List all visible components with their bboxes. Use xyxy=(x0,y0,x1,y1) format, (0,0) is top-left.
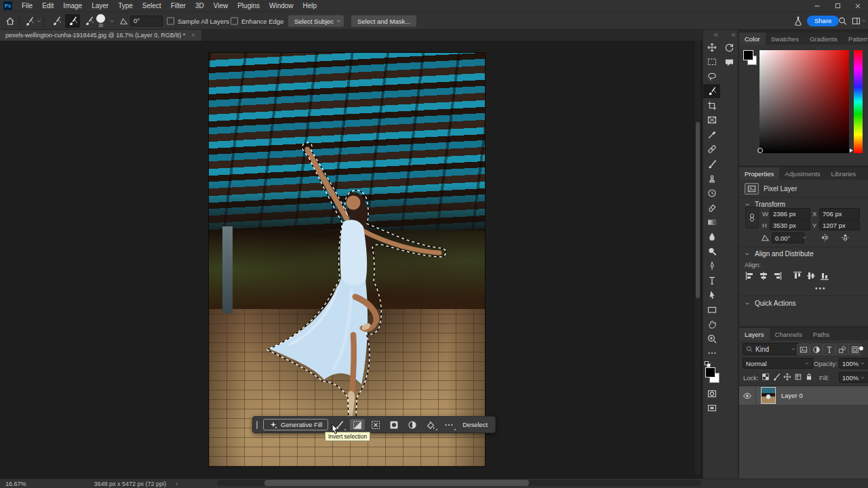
align-top-icon[interactable] xyxy=(792,270,802,281)
brush-caret-icon[interactable] xyxy=(109,18,115,24)
tab-paths[interactable]: Paths xyxy=(808,328,835,340)
select-and-mask-icon-button[interactable] xyxy=(387,419,401,430)
tool-preset-button[interactable] xyxy=(24,16,42,26)
brush-size-picker[interactable]: 30 xyxy=(96,14,105,28)
tab-properties[interactable]: Properties xyxy=(739,167,779,180)
layer-name[interactable]: Layer 0 xyxy=(781,392,803,399)
menu-3d[interactable]: 3D xyxy=(191,2,209,9)
generative-fill-button[interactable]: Generative Fill xyxy=(263,419,328,430)
menu-help[interactable]: Help xyxy=(298,2,322,9)
healing-brush-tool[interactable] xyxy=(703,142,720,157)
sample-all-layers-checkbox[interactable]: Sample All Layers xyxy=(167,17,229,24)
filter-image-layers-icon[interactable] xyxy=(797,344,810,355)
add-to-selection-button[interactable] xyxy=(65,14,80,28)
rotation-caret-icon[interactable] xyxy=(802,235,808,241)
dodge-tool[interactable] xyxy=(703,244,720,259)
brush-tool[interactable] xyxy=(703,157,720,171)
lock-position-icon[interactable] xyxy=(783,373,791,381)
horizontal-scrollbar-thumb[interactable] xyxy=(264,480,529,486)
taskbar-drag-handle[interactable] xyxy=(256,421,258,429)
checkbox-box[interactable] xyxy=(231,17,238,24)
menu-image[interactable]: Image xyxy=(58,2,87,9)
foreground-background-swatches[interactable] xyxy=(703,363,720,386)
vertical-scrollbar[interactable] xyxy=(695,41,701,474)
menu-type[interactable]: Type xyxy=(113,2,138,9)
status-chevron-icon[interactable]: › xyxy=(176,481,178,487)
gradient-tool[interactable] xyxy=(703,215,720,230)
menu-select[interactable]: Select xyxy=(138,2,166,9)
photo-document[interactable] xyxy=(209,53,485,466)
lock-all-icon[interactable] xyxy=(805,373,813,381)
menu-edit[interactable]: Edit xyxy=(37,2,58,9)
x-field[interactable]: 706 px xyxy=(819,208,860,219)
color-picker-marker[interactable] xyxy=(757,148,763,153)
align-section-header[interactable]: Align and Distribute xyxy=(744,250,814,258)
invert-selection-button[interactable] xyxy=(350,419,365,430)
tab-layers[interactable]: Layers xyxy=(739,328,770,340)
canvas-area[interactable] xyxy=(0,41,703,479)
menu-file[interactable]: File xyxy=(17,2,37,9)
enhance-edge-checkbox[interactable]: Enhance Edge xyxy=(231,17,283,24)
screen-mode-button[interactable] xyxy=(703,401,720,416)
width-field[interactable]: 2386 px xyxy=(770,208,810,219)
shape-tool[interactable] xyxy=(703,302,720,317)
lock-transparent-pixels-icon[interactable] xyxy=(762,373,770,381)
tab-swatches[interactable]: Swatches xyxy=(766,33,804,45)
layer-visibility-eye-icon[interactable] xyxy=(739,386,756,405)
subtract-from-selection-button[interactable] xyxy=(81,14,96,28)
y-field[interactable]: 1207 px xyxy=(819,220,860,230)
lock-artboard-icon[interactable] xyxy=(794,373,802,381)
share-button[interactable]: Share xyxy=(807,16,839,26)
collapse-dock-icon[interactable] xyxy=(720,30,738,40)
history-panel-icon[interactable] xyxy=(720,40,738,55)
maximize-icon[interactable] xyxy=(827,0,848,12)
close-icon[interactable] xyxy=(848,0,868,12)
document-tab[interactable]: pexels-wellington-cunha-1918445.jpg @ 16… xyxy=(0,30,201,41)
layer-filter-field[interactable]: Kind xyxy=(743,343,800,355)
menu-view[interactable]: View xyxy=(209,2,233,9)
zoom-tool[interactable] xyxy=(703,331,720,346)
marquee-tool[interactable] xyxy=(703,55,720,70)
move-tool[interactable] xyxy=(703,40,720,55)
layer-filter-toggle[interactable] xyxy=(859,346,863,350)
search-icon[interactable] xyxy=(838,16,847,25)
link-dimensions-icon[interactable] xyxy=(745,207,759,228)
quick-actions-section-header[interactable]: Quick Actions xyxy=(744,300,796,307)
saturation-brightness-field[interactable] xyxy=(760,50,849,153)
quick-mask-button[interactable] xyxy=(703,386,720,401)
align-left-icon[interactable] xyxy=(745,270,755,281)
fill-field[interactable]: 100% xyxy=(839,372,868,383)
layer-thumbnail[interactable] xyxy=(761,387,776,404)
tab-close-icon[interactable] xyxy=(191,33,196,38)
horizontal-scrollbar[interactable] xyxy=(217,480,701,486)
foreground-color-well[interactable] xyxy=(743,50,753,60)
tab-adjustments[interactable]: Adjustments xyxy=(779,167,825,180)
zoom-level-field[interactable]: 16.67% xyxy=(5,481,26,487)
eyedropper-tool[interactable] xyxy=(703,127,720,142)
align-bottom-icon[interactable] xyxy=(819,270,829,281)
flip-horizontal-icon[interactable] xyxy=(821,233,829,242)
align-right-icon[interactable] xyxy=(772,270,782,281)
hand-tool[interactable] xyxy=(703,317,720,332)
menu-filter[interactable]: Filter xyxy=(166,2,191,9)
opacity-field[interactable]: 100% xyxy=(839,358,868,369)
path-selection-tool[interactable] xyxy=(703,288,720,303)
clone-stamp-tool[interactable] xyxy=(703,171,720,186)
menu-plugins[interactable]: Plugins xyxy=(233,2,264,9)
lasso-tool[interactable] xyxy=(703,69,720,84)
edit-toolbar-button[interactable] xyxy=(703,346,720,361)
fill-selection-button[interactable] xyxy=(423,419,438,430)
flip-vertical-icon[interactable] xyxy=(841,233,850,242)
layers-list-empty-area[interactable] xyxy=(739,405,868,479)
vertical-scrollbar-thumb[interactable] xyxy=(696,122,700,298)
minimize-icon[interactable] xyxy=(807,0,827,12)
history-brush-tool[interactable] xyxy=(703,186,720,201)
transform-selection-button[interactable] xyxy=(368,419,383,430)
create-adjustment-button[interactable] xyxy=(405,419,420,430)
align-more-options[interactable]: ••• xyxy=(815,285,827,292)
new-selection-button[interactable] xyxy=(49,14,64,28)
blend-mode-select[interactable]: Normal xyxy=(743,358,813,369)
rotation-field[interactable]: 0.00° xyxy=(772,232,804,243)
collapse-tools-icon[interactable] xyxy=(703,30,720,40)
lock-image-pixels-icon[interactable] xyxy=(772,373,781,381)
